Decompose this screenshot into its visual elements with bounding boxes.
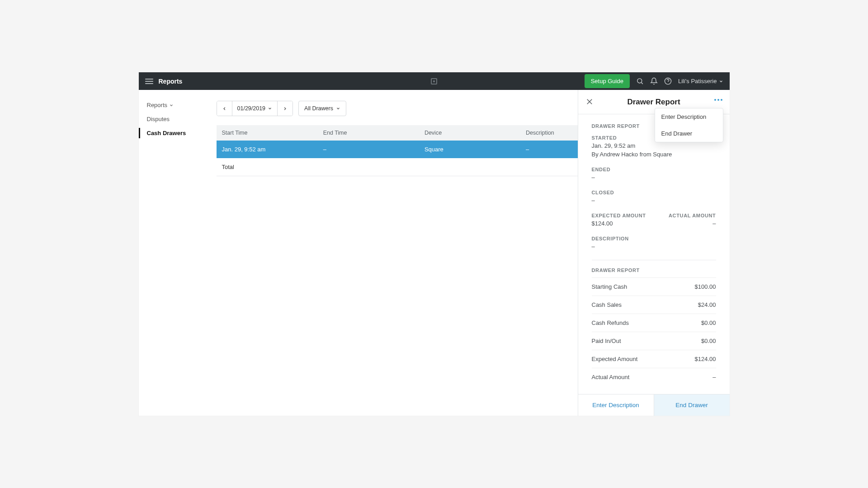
drawer-scope-value: All Drawers (304, 105, 333, 112)
line-label: Paid In/Out (592, 338, 621, 344)
panel-header: Drawer Report Enter Description End Draw… (578, 90, 730, 114)
next-date-button[interactable] (277, 101, 292, 116)
panel-body: DRAWER REPORT STARTED Jan. 29, 9:52 am B… (578, 114, 730, 394)
chevron-down-icon (268, 106, 272, 111)
closed-label: CLOSED (592, 190, 716, 195)
menu-item-enter-description[interactable]: Enter Description (655, 108, 723, 125)
line-label: Cash Refunds (592, 319, 629, 326)
col-device: Device (419, 125, 520, 141)
date-value: 01/29/2019 (237, 105, 266, 112)
line-label: Starting Cash (592, 283, 627, 290)
date-picker-button[interactable]: 01/29/2019 (232, 101, 278, 116)
panel-footer: Enter Description End Drawer (578, 394, 730, 416)
chevron-down-icon (336, 106, 340, 111)
line-value: $100.00 (695, 283, 716, 290)
sidebar-item-label: Disputes (147, 116, 170, 122)
expected-amount-value: $124.00 (592, 220, 650, 227)
line-item: Cash Sales $24.00 (592, 296, 716, 314)
panel-title: Drawer Report (627, 98, 680, 107)
account-menu[interactable]: Lili's Patisserie (678, 78, 723, 84)
line-item: Expected Amount $124.00 (592, 350, 716, 368)
line-label: Cash Sales (592, 301, 622, 308)
svg-point-0 (637, 79, 642, 83)
chevron-down-icon (169, 103, 174, 108)
help-icon[interactable] (664, 77, 672, 85)
description-value: – (592, 243, 716, 250)
sidebar-item-label: Cash Drawers (147, 130, 186, 136)
line-value: $124.00 (695, 356, 716, 362)
topbar: Reports Setup Guide Lili's Patisserie (139, 72, 730, 90)
sidebar: Reports Disputes Cash Drawers (139, 90, 217, 416)
total-label: Total (217, 158, 318, 176)
prev-date-button[interactable] (217, 101, 232, 116)
line-value: $24.00 (698, 301, 716, 308)
line-label: Expected Amount (592, 356, 638, 362)
page-title: Reports (159, 78, 183, 85)
started-time: Jan. 29, 9:52 am (592, 142, 716, 149)
section-heading: DRAWER REPORT (592, 267, 716, 273)
closed-value: – (592, 197, 716, 204)
search-icon[interactable] (636, 77, 644, 85)
more-icon[interactable] (714, 99, 722, 101)
bell-icon[interactable] (650, 77, 658, 85)
sidebar-item-disputes[interactable]: Disputes (139, 112, 217, 126)
drawer-report-panel: Drawer Report Enter Description End Draw… (578, 90, 730, 416)
actual-amount-value: – (658, 220, 716, 227)
line-value: $0.00 (701, 338, 716, 344)
started-by: By Andrew Hacko from Square (592, 151, 716, 158)
sidebar-item-cash-drawers[interactable]: Cash Drawers (139, 126, 217, 140)
expected-amount-label: EXPECTED AMOUNT (592, 213, 650, 218)
panel-menu-popover: Enter Description End Drawer (655, 108, 723, 142)
account-name: Lili's Patisserie (678, 78, 717, 84)
cell-start-time: Jan. 29, 9:52 am (217, 141, 318, 158)
divider (592, 260, 716, 260)
enter-description-button[interactable]: Enter Description (578, 394, 654, 416)
chevron-down-icon (719, 79, 723, 84)
col-end-time: End Time (318, 125, 419, 141)
square-logo-icon (431, 78, 437, 84)
close-icon[interactable] (585, 98, 594, 108)
line-item: Starting Cash $100.00 (592, 277, 716, 296)
hamburger-icon[interactable] (145, 77, 153, 85)
ended-value: – (592, 174, 716, 181)
line-value: – (712, 374, 716, 380)
drawer-scope-dropdown[interactable]: All Drawers (298, 101, 346, 116)
sidebar-item-label: Reports (147, 102, 168, 108)
date-selector: 01/29/2019 (217, 101, 293, 116)
sidebar-item-reports[interactable]: Reports (139, 98, 217, 112)
ended-label: ENDED (592, 167, 716, 172)
cell-device: Square (419, 141, 520, 158)
actual-amount-label: ACTUAL AMOUNT (658, 213, 716, 218)
app-window: Reports Setup Guide Lili's Patisserie (139, 72, 730, 416)
line-item: Paid In/Out $0.00 (592, 332, 716, 350)
col-start-time: Start Time (217, 125, 318, 141)
svg-line-1 (642, 83, 643, 84)
line-value: $0.00 (701, 319, 716, 326)
line-label: Actual Amount (592, 374, 630, 380)
setup-guide-button[interactable]: Setup Guide (585, 74, 630, 88)
main-content: 01/29/2019 All Drawers Start Time (217, 90, 730, 416)
line-item: Actual Amount – (592, 368, 716, 386)
menu-item-end-drawer[interactable]: End Drawer (655, 125, 723, 142)
cell-end-time: – (318, 141, 419, 158)
line-item: Cash Refunds $0.00 (592, 314, 716, 332)
description-label: DESCRIPTION (592, 236, 716, 241)
end-drawer-button[interactable]: End Drawer (654, 394, 730, 416)
